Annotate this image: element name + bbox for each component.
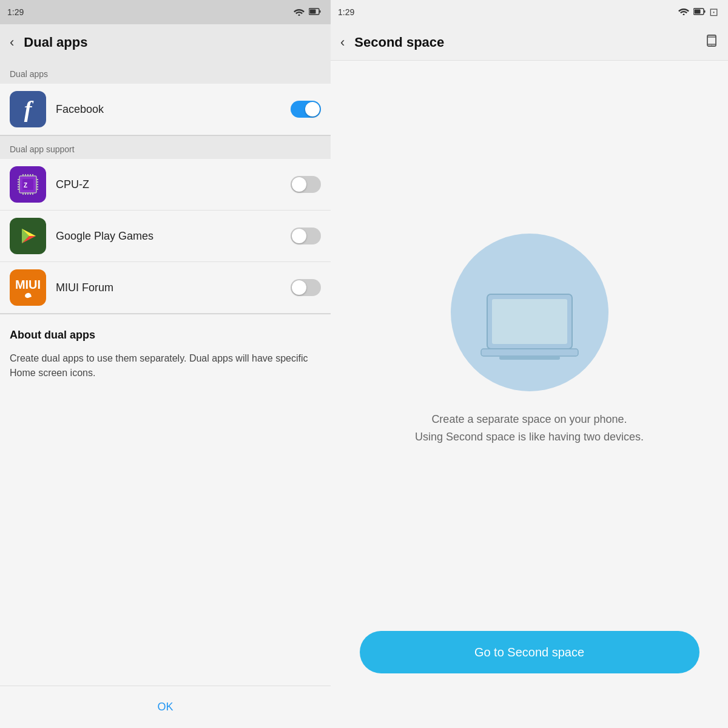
section-dual-support-label: Dual app support: [0, 136, 331, 159]
left-top-bar: ‹ Dual apps: [0, 24, 331, 61]
miui-toggle[interactable]: [291, 279, 321, 296]
svg-rect-40: [492, 299, 567, 344]
google-play-games-toggle[interactable]: [291, 228, 321, 244]
right-battery-icon: [693, 7, 706, 18]
about-section: About dual apps Create dual apps to use …: [0, 314, 331, 686]
phone-icon[interactable]: [705, 34, 718, 51]
description-line1: Create a separate space on your phone.: [431, 413, 627, 425]
svg-rect-34: [695, 10, 701, 14]
right-top-bar: ‹ Second space: [331, 24, 728, 61]
right-title: Second space: [354, 35, 695, 50]
svg-point-31: [683, 14, 685, 16]
facebook-icon: f: [10, 91, 46, 127]
left-panel: 1:29 ‹ Dual apps Dual apps: [0, 0, 331, 728]
cpuz-icon: Z: [10, 166, 46, 203]
svg-point-38: [711, 45, 712, 46]
left-time: 1:29: [7, 7, 24, 17]
app-item-google-play-games: Google Play Games: [0, 211, 331, 262]
about-title: About dual apps: [10, 329, 321, 342]
facebook-app-name: Facebook: [56, 103, 281, 116]
svg-rect-41: [481, 349, 578, 356]
go-to-second-space-button[interactable]: Go to Second space: [360, 631, 699, 673]
content-area: Create a separate space on your phone. U…: [331, 61, 728, 619]
svg-text:Z: Z: [24, 182, 27, 189]
left-status-icons: [293, 7, 321, 18]
app-item-cpuz: Z CPU-Z: [0, 159, 331, 211]
battery-icon: [309, 8, 321, 17]
right-edit-icon[interactable]: ⊡: [709, 5, 718, 19]
about-text: Create dual apps to use them separately.…: [10, 351, 321, 380]
svg-point-0: [298, 14, 300, 16]
section-dual-apps-label: Dual apps: [0, 61, 331, 84]
right-wifi-icon: [678, 7, 690, 18]
wifi-icon: [293, 7, 305, 18]
ok-bar: OK: [0, 686, 331, 728]
svg-rect-33: [704, 10, 706, 13]
svg-rect-2: [320, 10, 321, 13]
google-play-games-icon-bg: [10, 218, 46, 254]
description-text: Create a separate space on your phone. U…: [415, 411, 644, 446]
right-back-button[interactable]: ‹: [340, 35, 345, 50]
miui-bubble: [24, 292, 32, 298]
miui-app-name: MIUI Forum: [56, 281, 281, 294]
app-item-facebook: f Facebook: [0, 84, 331, 135]
right-status-bar: 1:29 ⊡: [331, 0, 728, 24]
right-panel: 1:29 ⊡ ‹ Second space: [331, 0, 728, 728]
svg-rect-3: [310, 9, 316, 13]
svg-rect-42: [499, 356, 560, 360]
google-play-games-app-name: Google Play Games: [56, 230, 281, 243]
right-status-icons: ⊡: [678, 5, 718, 19]
left-status-bar: 1:29: [0, 0, 331, 24]
cpuz-toggle[interactable]: [291, 176, 321, 193]
description-line2: Using Second space is like having two de…: [415, 431, 644, 443]
left-title: Dual apps: [24, 35, 87, 50]
miui-icon-bg: MIUI: [10, 269, 46, 306]
right-time: 1:29: [338, 7, 354, 17]
go-to-second-space-label: Go to Second space: [474, 645, 584, 659]
illustration-circle: [451, 234, 608, 391]
cpuz-app-name: CPU-Z: [56, 178, 281, 191]
left-back-button[interactable]: ‹: [10, 35, 14, 50]
ok-button[interactable]: OK: [157, 701, 173, 713]
app-item-miui: MIUI MIUI Forum: [0, 262, 331, 314]
facebook-toggle[interactable]: [291, 101, 321, 118]
